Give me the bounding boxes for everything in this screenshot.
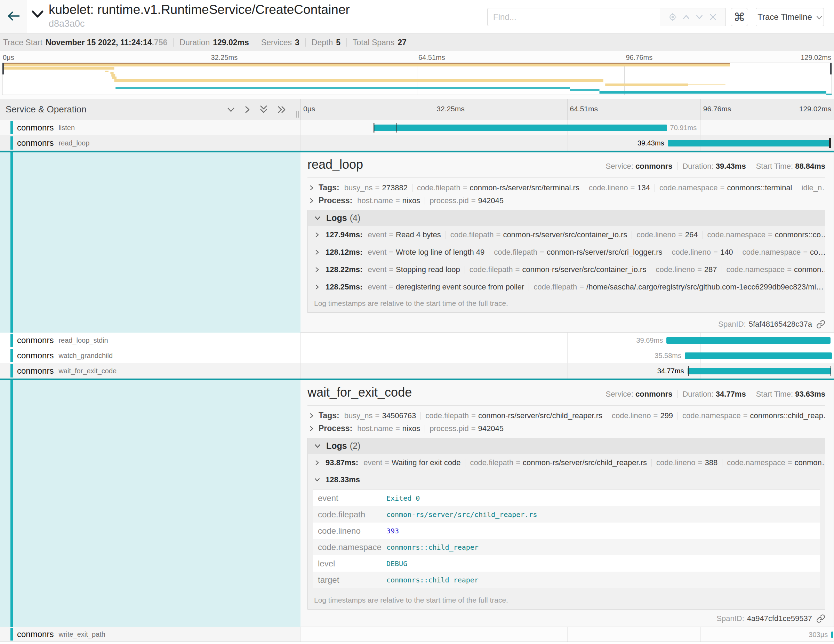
tags-accordian[interactable]: Tags:busy_ns=34506763code.filepath=conmo… xyxy=(308,411,825,420)
app-header: kubelet: runtime.v1.RuntimeService/Creat… xyxy=(0,0,834,34)
field-key: event xyxy=(364,458,382,467)
log-entry[interactable]: 128.12ms:event=Wrote log line of length … xyxy=(308,244,825,261)
find-input[interactable] xyxy=(487,8,660,26)
equals-sign: = xyxy=(695,265,704,274)
field-value: 287 xyxy=(704,265,717,274)
tags-accordian[interactable]: Tags:busy_ns=273882code.filepath=conmon-… xyxy=(308,183,825,193)
meta-value: 39.43ms xyxy=(716,162,746,170)
field-separator xyxy=(425,197,425,205)
deep-link-icon[interactable] xyxy=(816,320,825,329)
span-row-name-cell: conmonrsread_loop xyxy=(0,135,301,150)
meta-value: 88.84ms xyxy=(795,162,825,170)
field-key: busy_ns xyxy=(344,411,373,420)
service-color-accent xyxy=(10,364,13,377)
span-row[interactable]: conmonrswatch_grandchild35.58ms xyxy=(0,348,834,363)
row-gridline xyxy=(434,135,434,150)
span-row-timeline-cell[interactable]: 303μs xyxy=(301,627,834,642)
span-row[interactable]: conmonrsread_loop39.43ms xyxy=(0,135,834,150)
minimap-span-segment xyxy=(115,87,570,89)
meta-value: conmonrs xyxy=(635,162,672,170)
span-row-timeline-cell[interactable]: 34.77ms xyxy=(301,363,834,379)
expanded-log-header[interactable]: 128.33ms xyxy=(308,471,825,488)
field-value: conmon-rs/server/src/child_reaper.rs xyxy=(523,458,647,467)
log-entry[interactable]: 128.22ms:event=Stopping read loopcode.fi… xyxy=(308,261,825,278)
minimap-right-scrubber[interactable] xyxy=(830,63,832,74)
column-resize-grip[interactable] xyxy=(296,111,299,118)
span-row-timeline-cell[interactable]: 70.91ms xyxy=(301,120,834,135)
span-row-timeline-cell[interactable]: 39.43ms xyxy=(301,135,834,150)
field-value: conmon-rs/server/src/cri_logger.rs xyxy=(547,248,663,256)
back-button[interactable] xyxy=(0,0,27,33)
span-row[interactable]: conmonrsread_loop_stdin39.69ms xyxy=(0,333,834,348)
equals-sign: = xyxy=(785,265,794,274)
equals-sign: = xyxy=(741,411,750,420)
logs-header[interactable]: Logs(4) xyxy=(308,210,825,226)
find-box xyxy=(487,8,726,26)
log-entry[interactable]: 93.87ms:event=Waiting for exit codecode.… xyxy=(308,454,825,471)
trace-view-dropdown[interactable]: Trace Timeline xyxy=(756,8,824,26)
key-value-field: code.filepath=/home/sascha/.cargo/regist… xyxy=(533,283,824,291)
span-duration-bar[interactable] xyxy=(831,631,833,638)
minimap-canvas[interactable] xyxy=(2,63,832,95)
service-name: conmonrs xyxy=(17,366,53,376)
span-row-timeline-cell[interactable]: 39.69ms xyxy=(301,333,834,348)
log-timestamp: 127.94ms: xyxy=(325,230,362,239)
expand-all-icon[interactable] xyxy=(276,105,287,115)
span-duration-bar[interactable] xyxy=(685,353,832,359)
jaeger-trace-page: kubelet: runtime.v1.RuntimeService/Creat… xyxy=(0,0,834,644)
field-separator xyxy=(465,266,465,273)
field-key: code.namespace xyxy=(727,458,785,467)
span-id-value: 4a947cfd1ce59537 xyxy=(747,614,812,623)
prev-match-icon[interactable] xyxy=(682,13,691,21)
key-value-field: host.name=nixos xyxy=(357,424,420,433)
process-accordian[interactable]: Process:host.name=nixosprocess.pid=94204… xyxy=(308,196,825,205)
minimap-span-segment xyxy=(2,63,730,64)
span-id-label: SpanID: xyxy=(718,320,746,329)
stat-label: Depth xyxy=(312,38,333,47)
span-row[interactable]: conmonrslisten70.91ms xyxy=(0,120,834,135)
equals-sign: = xyxy=(382,458,392,467)
logs-accordian: Logs(4)127.94ms:event=Read 4 bytescode.f… xyxy=(307,210,825,313)
trace-id: d8a3a0c xyxy=(49,18,350,29)
field-key: process.pid xyxy=(430,424,469,433)
arrow-left-icon xyxy=(7,10,20,23)
log-fields: event=Stopping read loopcode.filepath=co… xyxy=(368,265,825,274)
service-operation-header: Service & Operation xyxy=(6,104,87,115)
log-fields: event=deregistering event source from po… xyxy=(368,283,824,291)
span-duration-bar[interactable] xyxy=(668,140,831,146)
field-key: code.filepath xyxy=(470,265,513,274)
next-match-icon[interactable] xyxy=(695,13,704,21)
field-value: 273882 xyxy=(382,183,407,192)
scope-icon[interactable] xyxy=(668,13,677,21)
minimap-left-scrubber[interactable] xyxy=(2,63,4,74)
span-row-name-cell: conmonrswatch_grandchild xyxy=(0,348,301,363)
span-duration-bar[interactable] xyxy=(666,337,831,344)
log-timestamp: 128.25ms: xyxy=(325,283,362,291)
expand-one-icon[interactable] xyxy=(244,105,251,115)
table-value: conmonrs::child_reaper xyxy=(386,576,478,584)
field-value: conmon-rs/server/src/container_io.rs xyxy=(503,230,627,239)
span-row[interactable]: conmonrswait_for_exit_code34.77ms xyxy=(0,363,834,379)
view-dropdown-label: Trace Timeline xyxy=(758,12,812,22)
log-entry[interactable]: 128.25ms:event=deregistering event sourc… xyxy=(308,278,825,296)
field-separator xyxy=(651,459,652,466)
command-icon: ⌘ xyxy=(734,10,745,24)
span-duration-bar[interactable] xyxy=(374,125,667,131)
span-row[interactable]: conmonrswrite_exit_path303μs xyxy=(0,627,834,642)
collapse-one-icon[interactable] xyxy=(226,106,236,113)
field-separator xyxy=(738,248,738,256)
clear-search-icon[interactable] xyxy=(708,13,718,21)
span-row-timeline-cell[interactable]: 35.58ms xyxy=(301,348,834,363)
deep-link-icon[interactable] xyxy=(816,614,825,623)
log-entry[interactable]: 127.94ms:event=Read 4 bytescode.filepath… xyxy=(308,226,825,244)
chevron-right-icon xyxy=(308,412,315,419)
keyboard-shortcuts-button[interactable]: ⌘ xyxy=(731,8,748,26)
process-accordian[interactable]: Process:host.name=nixosprocess.pid=94204… xyxy=(308,424,825,433)
collapse-all-icon[interactable] xyxy=(259,105,269,115)
field-value: /home/sascha/.cargo/registry/src/github.… xyxy=(587,283,824,291)
field-value: conmon-rs/server/src/container_io.rs xyxy=(522,265,646,274)
chevron-down-icon[interactable] xyxy=(31,10,44,20)
key-value-field: code.lineno=299 xyxy=(612,411,673,420)
logs-header[interactable]: Logs(2) xyxy=(308,438,825,454)
span-duration-bar[interactable] xyxy=(688,368,831,374)
